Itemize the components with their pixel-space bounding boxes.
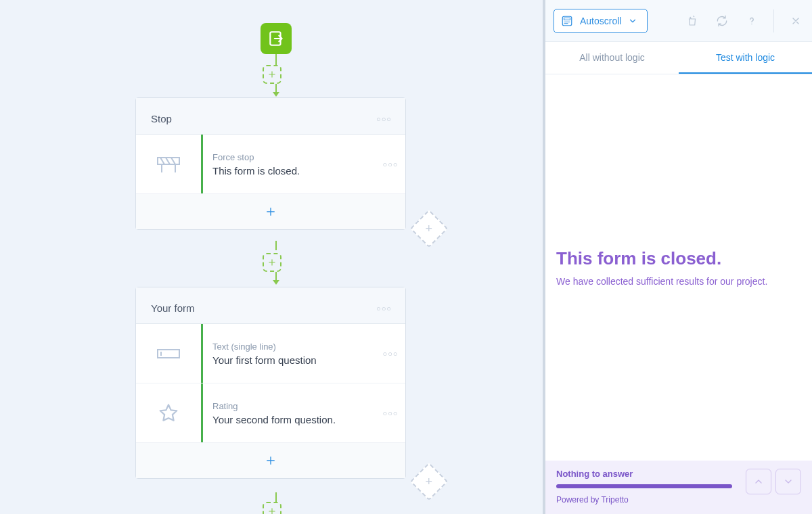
- prev-button[interactable]: [746, 469, 771, 494]
- block-icon-cell: [136, 324, 201, 383]
- block-type-label: Force stop: [212, 152, 370, 162]
- refresh-icon[interactable]: [714, 13, 730, 29]
- block-text: Your first form question: [212, 354, 370, 366]
- plus-icon: [267, 258, 277, 267]
- section-title: Stop: [151, 113, 172, 124]
- block-row[interactable]: Rating Your second form question. ○○○: [136, 383, 405, 443]
- connector: [275, 54, 277, 65]
- add-branch-button[interactable]: +: [410, 463, 449, 501]
- section-header[interactable]: Stop ○○○: [136, 98, 405, 135]
- plus-icon: [265, 454, 277, 467]
- tab-all-without-logic[interactable]: All without logic: [545, 42, 679, 74]
- block-type-label: Rating: [212, 401, 370, 411]
- more-menu-icon: ○○○: [383, 409, 399, 417]
- more-menu-icon: ○○○: [383, 160, 399, 168]
- connector: [275, 241, 277, 250]
- help-icon[interactable]: [744, 13, 760, 29]
- plus-icon: [265, 206, 277, 218]
- block-icon-cell: [136, 135, 201, 193]
- tab-test-with-logic[interactable]: Test with logic: [679, 42, 812, 74]
- chevron-up-icon: [753, 476, 764, 487]
- autoscroll-dropdown[interactable]: Autoscroll: [554, 9, 648, 33]
- progress-bar: [556, 484, 732, 488]
- section-header[interactable]: Your form ○○○: [136, 287, 405, 324]
- section-card-stop[interactable]: Stop ○○○: [135, 97, 406, 230]
- add-block-button[interactable]: [263, 65, 281, 84]
- block-more[interactable]: ○○○: [376, 383, 405, 442]
- block-type-label: Text (single line): [212, 342, 370, 352]
- block-content: Force stop This form is closed.: [203, 135, 376, 193]
- svg-rect-10: [564, 18, 570, 20]
- section-title: Your form: [151, 302, 194, 314]
- add-block-button[interactable]: [263, 253, 281, 272]
- block-more[interactable]: ○○○: [376, 324, 405, 383]
- block-row[interactable]: Force stop This form is closed. ○○○: [136, 135, 405, 194]
- preview-title: This form is closed.: [556, 248, 801, 269]
- more-menu-icon: ○○○: [383, 350, 399, 358]
- block-more[interactable]: ○○○: [376, 135, 405, 193]
- block-content: Text (single line) Your first form quest…: [203, 324, 376, 383]
- form-face-icon: [561, 15, 573, 27]
- clear-icon[interactable]: [684, 13, 700, 29]
- flow-canvas[interactable]: Stop ○○○: [0, 0, 543, 514]
- plus-icon: [267, 70, 277, 79]
- plus-icon: [267, 507, 277, 514]
- block-content: Rating Your second form question.: [203, 383, 376, 442]
- add-branch-button[interactable]: +: [410, 210, 449, 248]
- more-menu-icon[interactable]: ○○○: [376, 115, 392, 123]
- section-add-button[interactable]: [136, 443, 405, 478]
- preview-footer: Nothing to answer Powered by Tripetto: [545, 461, 812, 514]
- connector: [275, 272, 277, 280]
- preview-toolbar: Autoscroll: [545, 0, 812, 42]
- chevron-down-icon: [783, 476, 794, 487]
- footer-nav: [746, 469, 801, 494]
- section-card-form[interactable]: Your form ○○○ Text (single line) Your fi…: [135, 287, 406, 479]
- star-icon: [158, 403, 179, 423]
- enter-icon: [267, 30, 285, 47]
- svg-line-2: [160, 158, 164, 164]
- start-node[interactable]: [261, 23, 292, 54]
- plus-icon: +: [426, 474, 433, 488]
- plus-icon: +: [426, 221, 433, 235]
- preview-subtitle: We have collected sufficient results for…: [556, 276, 801, 287]
- next-button[interactable]: [775, 469, 801, 494]
- block-text: This form is closed.: [212, 165, 370, 177]
- add-block-button[interactable]: [263, 502, 281, 514]
- block-text: Your second form question.: [212, 414, 370, 425]
- preview-tabs: All without logic Test with logic: [545, 42, 812, 74]
- chevron-down-icon: [628, 16, 637, 26]
- footer-status-label: Nothing to answer: [556, 469, 738, 479]
- connector: [275, 492, 277, 502]
- autoscroll-label: Autoscroll: [580, 16, 621, 26]
- svg-line-3: [166, 158, 170, 164]
- text-input-icon: [156, 347, 181, 360]
- block-icon-cell: [136, 383, 201, 442]
- powered-by-link[interactable]: Powered by Tripetto: [556, 495, 738, 505]
- section-add-button[interactable]: [136, 194, 405, 229]
- svg-line-4: [171, 158, 175, 164]
- barrier-icon: [156, 155, 181, 174]
- more-menu-icon[interactable]: ○○○: [376, 304, 392, 312]
- block-row[interactable]: Text (single line) Your first form quest…: [136, 324, 405, 383]
- divider: [773, 9, 774, 32]
- preview-body: This form is closed. We have collected s…: [545, 74, 812, 461]
- arrow-down-icon: [271, 280, 281, 287]
- connector: [275, 84, 277, 92]
- preview-panel: Autoscroll All without logic Test with l…: [543, 0, 812, 514]
- close-icon[interactable]: [788, 13, 804, 29]
